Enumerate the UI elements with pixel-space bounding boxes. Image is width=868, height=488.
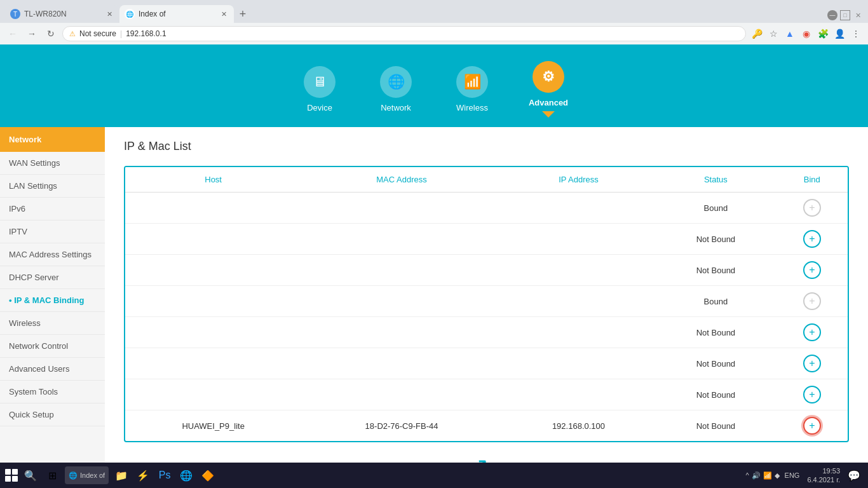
- bind-button[interactable]: +: [803, 323, 821, 341]
- browser-toolbar: ← → ↻ ⚠ Not secure | 192.168.0.1 🔑 ☆ ▲ ◉…: [0, 23, 868, 44]
- cell-mac-huawei: 18-D2-76-C9-FB-44: [301, 410, 502, 442]
- forward-button[interactable]: →: [24, 26, 39, 41]
- filezilla-icon[interactable]: ⚡: [134, 466, 152, 484]
- sidebar-item-mac[interactable]: MAC Address Settings: [0, 243, 105, 266]
- cell-ip-huawei: 192.168.0.100: [502, 410, 655, 442]
- nav-device[interactable]: 🖥 Device: [294, 66, 345, 112]
- col-mac: MAC Address: [301, 167, 502, 193]
- running-chrome[interactable]: 🌐 Index of: [65, 466, 109, 484]
- bind-button[interactable]: +: [803, 261, 821, 279]
- search-taskbar[interactable]: 🔍: [22, 466, 39, 484]
- cell-status-huawei: Not Bound: [655, 410, 776, 442]
- cell-ip: [502, 255, 655, 286]
- file-explorer[interactable]: 📁: [112, 466, 130, 484]
- tray-arrow[interactable]: ^: [745, 471, 749, 479]
- bind-button[interactable]: +: [803, 355, 821, 372]
- tab-close-1[interactable]: ✕: [104, 9, 114, 19]
- cell-bind-huawei: +: [776, 410, 848, 442]
- tab-title-1: TL-WR820N: [24, 10, 67, 18]
- photoshop-icon[interactable]: Ps: [156, 466, 173, 484]
- sidebar-section-system-tools[interactable]: System Tools: [0, 381, 105, 403]
- cell-mac: [301, 317, 502, 348]
- nav-active-arrow: [542, 111, 555, 118]
- sidebar-item-ipmac[interactable]: IP & MAC Binding: [0, 289, 105, 312]
- browser-chrome: T TL-WR820N ✕ 🌐 Index of ✕ + — □ ✕ ← → ↻…: [0, 0, 868, 44]
- table-row: Not Bound +: [125, 255, 848, 286]
- bind-button-highlighted[interactable]: +: [803, 417, 821, 435]
- cell-ip: [502, 286, 655, 317]
- cell-bind: +: [776, 348, 848, 379]
- address-text: 192.168.0.1: [126, 29, 166, 38]
- main-content: Network WAN Settings LAN Settings IPv6 I…: [0, 127, 868, 463]
- address-separator: |: [120, 29, 122, 38]
- tab-index-of[interactable]: 🌐 Index of ✕: [119, 5, 234, 23]
- new-tab-button[interactable]: +: [234, 5, 252, 23]
- vlc-icon[interactable]: 🔶: [199, 466, 217, 484]
- network-nav-icon: 🌐: [380, 66, 412, 98]
- maximize-button[interactable]: □: [840, 10, 850, 20]
- sidebar-item-dhcp[interactable]: DHCP Server: [0, 266, 105, 289]
- cell-host: [125, 317, 301, 348]
- ip-mac-table: Host MAC Address IP Address Status Bind: [125, 167, 848, 441]
- cell-mac: [301, 286, 502, 317]
- star-icon[interactable]: ☆: [766, 27, 780, 41]
- profile-icon[interactable]: 👤: [832, 27, 846, 41]
- reload-button[interactable]: ↻: [43, 26, 58, 41]
- notifications-icon[interactable]: 💬: [845, 466, 863, 484]
- sidebar: Network WAN Settings LAN Settings IPv6 I…: [0, 127, 105, 463]
- sidebar-item-iptv[interactable]: IPTV: [0, 220, 105, 243]
- back-button[interactable]: ←: [5, 26, 20, 41]
- bind-button[interactable]: +: [803, 386, 821, 403]
- cell-host: [125, 379, 301, 410]
- adblock-icon[interactable]: ◉: [799, 27, 813, 41]
- sidebar-section-advanced-users[interactable]: Advanced Users: [0, 358, 105, 381]
- sidebar-item-ipv6[interactable]: IPv6: [0, 198, 105, 220]
- nav-network-label: Network: [381, 103, 411, 112]
- sidebar-section-network-control[interactable]: Network Control: [0, 335, 105, 358]
- taskbar-clock[interactable]: 19:53 6.4.2021 г.: [807, 466, 840, 485]
- sidebar-item-lan[interactable]: LAN Settings: [0, 175, 105, 198]
- nav-advanced[interactable]: ⚙ Advanced: [523, 61, 574, 118]
- start-button[interactable]: [5, 469, 18, 482]
- cell-ip: [502, 317, 655, 348]
- close-button[interactable]: ✕: [853, 10, 863, 20]
- task-view[interactable]: ⊞: [43, 466, 61, 484]
- address-bar[interactable]: ⚠ Not secure | 192.168.0.1: [62, 26, 746, 41]
- menu-icon[interactable]: ⋮: [849, 27, 863, 41]
- extensions-icon[interactable]: 🧩: [816, 27, 830, 41]
- clock-date: 6.4.2021 г.: [807, 475, 840, 484]
- refresh-area[interactable]: ↻ Refresh: [124, 455, 849, 463]
- cell-status: Not Bound: [655, 379, 776, 410]
- tab-tl-wr820n[interactable]: T TL-WR820N ✕: [5, 5, 119, 23]
- sidebar-section-wireless[interactable]: Wireless: [0, 312, 105, 335]
- top-nav: 🖥 Device 🌐 Network 📶 Wireless ⚙ Advanced: [0, 44, 868, 127]
- tab-title-2: Index of: [139, 10, 166, 18]
- bind-button[interactable]: +: [803, 199, 821, 217]
- google-drive-icon[interactable]: ▲: [783, 27, 797, 41]
- tab-close-2[interactable]: ✕: [219, 9, 229, 19]
- key-icon[interactable]: 🔑: [750, 27, 764, 41]
- tray-network[interactable]: 📶: [763, 471, 772, 480]
- cell-bind: +: [776, 224, 848, 255]
- sidebar-section-quick-setup[interactable]: Quick Setup: [0, 403, 105, 426]
- cell-bind: +: [776, 379, 848, 410]
- security-warning-text: Not secure: [79, 29, 116, 38]
- sidebar-item-wan[interactable]: WAN Settings: [0, 152, 105, 175]
- nav-network[interactable]: 🌐 Network: [370, 66, 421, 112]
- cell-bind: +: [776, 255, 848, 286]
- bind-button[interactable]: +: [803, 292, 821, 310]
- cell-bind: +: [776, 286, 848, 317]
- ip-mac-table-container: Host MAC Address IP Address Status Bind: [124, 166, 849, 442]
- sidebar-section-network[interactable]: Network: [0, 127, 105, 152]
- browser-actions: 🔑 ☆ ▲ ◉ 🧩 👤 ⋮: [750, 27, 863, 41]
- chrome-icon[interactable]: 🌐: [177, 466, 195, 484]
- nav-wireless[interactable]: 📶 Wireless: [447, 66, 498, 112]
- cell-ip: [502, 193, 655, 224]
- chrome-taskbar-label: Index of: [80, 471, 105, 479]
- tray-dropbox[interactable]: ◆: [775, 471, 780, 480]
- bind-button[interactable]: +: [803, 230, 821, 248]
- taskbar-right: ^ 🔊 📶 ◆ ENG 19:53 6.4.2021 г. 💬: [745, 466, 863, 485]
- minimize-button[interactable]: —: [827, 10, 837, 20]
- tray-speaker[interactable]: 🔊: [752, 471, 761, 480]
- cell-status: Not Bound: [655, 348, 776, 379]
